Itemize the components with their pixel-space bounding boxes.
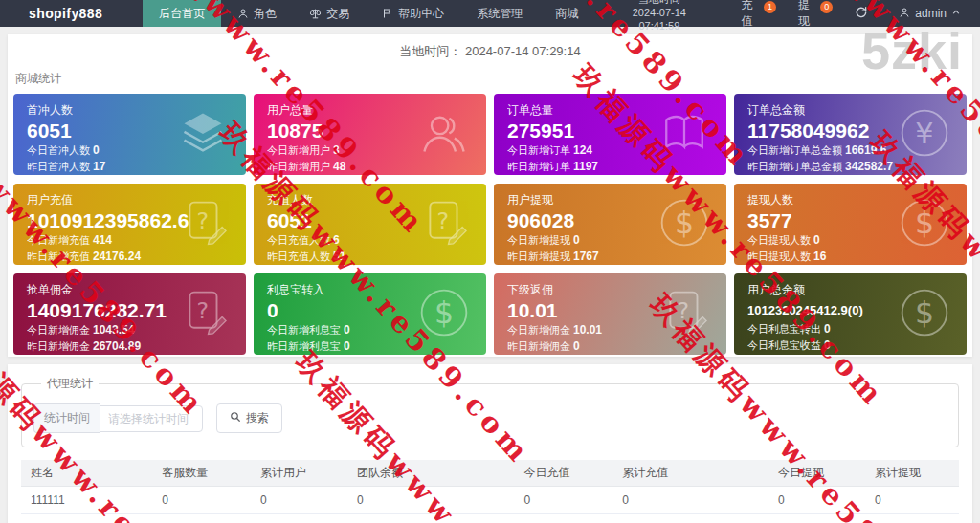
refresh-button[interactable] <box>837 0 885 27</box>
stat-cards-grid: 首冲人数6051今日首冲人数0昨日首冲人数17用户总量10875今日新增用户3昨… <box>8 94 972 355</box>
table-header-cell: 今日充值 <box>514 460 612 487</box>
nav-item-label: 后台首页 <box>159 6 205 22</box>
svg-text:$: $ <box>915 294 934 329</box>
admin-menu[interactable]: admin <box>885 7 980 21</box>
nav-item-3[interactable]: 帮助中心 <box>366 0 460 27</box>
recharge-badge: 1 <box>764 1 776 13</box>
table-cell: 111111 <box>21 487 152 514</box>
recharge-button[interactable]: 充值 1 <box>724 0 781 27</box>
stat-card-10: 下级返佣10.01今日新增佣金10.01昨日新增佣金0? <box>494 273 726 355</box>
local-time-value: 2024-07-14 07:41:59 <box>612 7 706 33</box>
withdraw-button[interactable]: 提现 0 <box>781 0 837 27</box>
edit-icon: ? <box>177 287 231 342</box>
search-label: 搜索 <box>246 410 269 426</box>
table-cell: 0 <box>768 514 865 523</box>
table-cell: 0 <box>514 514 612 523</box>
nav-item-5[interactable]: 商城 <box>539 0 594 27</box>
svg-text:$: $ <box>434 294 454 329</box>
table-cell: 0 <box>768 487 865 514</box>
table-cell: 0 <box>251 487 347 514</box>
nav-item-label: 系统管理 <box>477 6 523 22</box>
agent-stats-legend: 代理统计 <box>41 376 99 392</box>
main-menu: 后台首页角色交易帮助中心系统管理商城 <box>143 0 594 27</box>
svg-text:?: ? <box>678 296 690 323</box>
table-cell: 0 <box>152 514 251 523</box>
stat-time-input[interactable] <box>100 405 203 432</box>
table-cell: 0 <box>347 514 514 523</box>
stat-card-3: 订单总金额11758049962今日新增订单总金额16619.6昨日新增订单总金… <box>734 94 967 175</box>
edit-icon: ? <box>177 197 231 252</box>
yen-icon: ¥ <box>898 106 951 163</box>
stat-card-subline: 昨日首冲人数17 <box>27 160 233 174</box>
svg-text:?: ? <box>197 296 210 323</box>
local-time-label: 当地时间 <box>612 0 706 7</box>
stat-card-9: 利息宝转入0今日新增利息宝0昨日新增利息宝0$ <box>254 273 486 355</box>
stat-card-4: 用户充值1010912395862.6今日新增充值414昨日新增充值24176.… <box>13 184 246 265</box>
page-local-time: 当地时间： 2024-07-14 07:29:14 <box>8 34 972 60</box>
app-logo: shopify888 <box>0 0 143 27</box>
local-time-block: 当地时间 2024-07-14 07:41:59 <box>594 0 724 33</box>
stat-card-11: 用户总余额1012320245412.9(0)今日利息宝转出0今日利息宝收益0$ <box>734 273 967 355</box>
agent-stats-fieldset: 代理统计 统计时间 搜索 <box>21 376 959 447</box>
svg-text:¥: ¥ <box>915 116 933 149</box>
nav-item-0[interactable]: 后台首页 <box>143 0 221 27</box>
dollar-icon: $ <box>417 286 471 343</box>
table-cell: 0 <box>612 514 768 523</box>
flag-icon <box>382 8 393 19</box>
withdraw-label: 提现 <box>798 0 820 30</box>
stat-card-subline: 昨日新增用户48 <box>267 160 473 174</box>
stat-card-7: 提现人数3577今日提现人数0昨日提现人数16$ <box>734 184 967 265</box>
navbar-right: 当地时间 2024-07-14 07:41:59 充值 1 提现 0 adm <box>594 0 980 27</box>
nav-item-label: 角色 <box>254 6 277 22</box>
table-cell: 222222 <box>21 514 152 523</box>
page-local-time-value: 2024-07-14 07:29:14 <box>465 44 581 58</box>
svg-text:?: ? <box>437 207 450 233</box>
scales-icon <box>309 8 322 20</box>
table-header-cell: 累计充值 <box>612 460 768 487</box>
person-icon <box>237 8 249 19</box>
filter-row: 统计时间 搜索 <box>33 403 947 433</box>
dollar-icon: $ <box>898 196 951 253</box>
table-cell: 0 <box>347 487 514 514</box>
nav-item-4[interactable]: 系统管理 <box>460 0 539 27</box>
stat-card-0: 首冲人数6051今日首冲人数0昨日首冲人数17 <box>13 94 246 175</box>
edit-icon: ? <box>417 197 471 252</box>
user-icon <box>899 7 910 21</box>
agent-stats-panel: 代理统计 统计时间 搜索 姓名客服数量累计用户团队余额今日充值累计充值今日提现累… <box>8 364 972 523</box>
dollar-icon: $ <box>657 196 711 253</box>
section-title-mall-stats: 商城统计 <box>8 60 972 94</box>
nav-item-label: 帮助中心 <box>398 6 444 22</box>
users-icon <box>417 108 471 162</box>
edit-icon: ? <box>657 287 711 342</box>
top-navbar: shopify888 后台首页角色交易帮助中心系统管理商城 当地时间 2024-… <box>0 0 980 27</box>
stat-time-label: 统计时间 <box>33 403 100 433</box>
stat-card-8: 抢单佣金1409176282.71今日新增佣金1043.54昨日新增佣金2670… <box>13 273 246 355</box>
brand-watermark: 5zki <box>861 21 963 80</box>
table-cell: 0 <box>865 514 959 523</box>
recharge-label: 充值 <box>742 0 764 30</box>
table-header-cell: 累计提现 <box>865 460 959 487</box>
svg-text:$: $ <box>915 205 934 239</box>
admin-username: admin <box>915 7 947 20</box>
refresh-icon <box>855 6 868 22</box>
svg-text:$: $ <box>675 205 694 239</box>
layers-icon <box>175 108 231 162</box>
table-header-cell: 姓名 <box>21 460 152 487</box>
table-cell: 0 <box>152 487 251 514</box>
stat-card-5: 充值人数6051今日充值人数6昨日充值人数51? <box>254 184 486 265</box>
book-icon <box>657 109 711 161</box>
stat-card-subline: 昨日新增订单1197 <box>507 160 713 174</box>
stat-card-2: 订单总量275951今日新增订单124昨日新增订单1197 <box>494 94 726 175</box>
nav-item-1[interactable]: 角色 <box>221 0 293 27</box>
search-button[interactable]: 搜索 <box>216 403 282 433</box>
table-row: 2222220000000 <box>21 514 959 523</box>
search-icon <box>230 411 241 425</box>
nav-item-label: 交易 <box>326 6 349 22</box>
stat-card-1: 用户总量10875今日新增用户3昨日新增用户48 <box>254 94 486 175</box>
chevron-up-icon <box>951 7 961 20</box>
table-header-cell: 客服数量 <box>152 460 251 487</box>
nav-item-label: 商城 <box>555 6 578 22</box>
nav-item-2[interactable]: 交易 <box>293 0 366 27</box>
agent-table: 姓名客服数量累计用户团队余额今日充值累计充值今日提现累计提现 111111000… <box>21 460 959 523</box>
table-header-cell: 今日提现 <box>768 460 865 487</box>
